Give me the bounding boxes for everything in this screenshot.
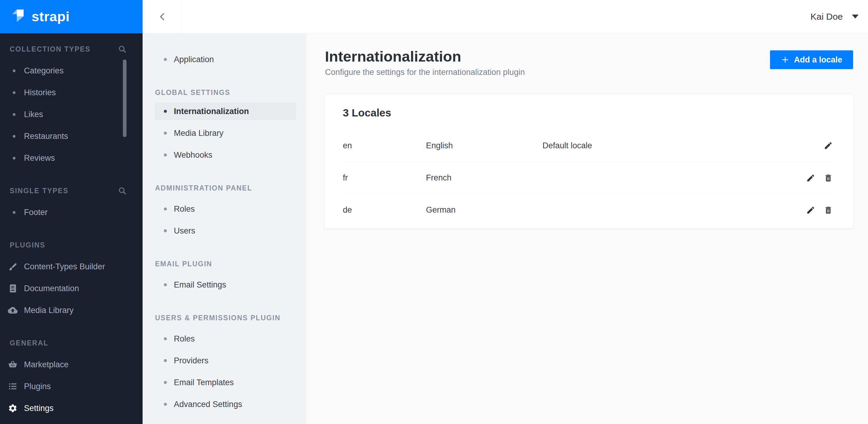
collection-types-list: Categories Histories Likes Restaurants R… [0,60,143,169]
single-types-header: SINGLE TYPES [0,185,143,196]
locales-table: en English Default locale [324,130,853,226]
sidebar-item-documentation[interactable]: Documentation [0,278,143,299]
bullet-icon [13,69,16,72]
locale-code: fr [343,173,426,183]
plus-icon [781,56,789,64]
strapi-logo[interactable]: strapi [0,0,143,33]
settings-item-admin-users[interactable]: Users [143,220,306,242]
sidebar-scrollbar-thumb[interactable] [123,60,126,137]
sidebar-item-marketplace[interactable]: Marketplace [0,354,143,376]
user-name: Kai Doe [810,11,843,22]
search-icon[interactable] [118,44,127,54]
bullet-icon [164,403,167,406]
settings-item-application[interactable]: Application [143,48,306,70]
right-pane: Kai Doe Application GLOBAL SETTINGS [143,0,868,424]
email-plugin-header: EMAIL PLUGIN [143,258,306,269]
sidebar-item-restaurants[interactable]: Restaurants [0,125,143,147]
general-header: GENERAL [0,337,143,349]
sidebar-item-plugins[interactable]: Plugins [0,376,143,397]
sidebar-item-reviews[interactable]: Reviews [0,147,143,169]
bullet-icon [164,359,167,362]
bullet-icon [164,154,167,157]
plugins-header: PLUGINS [0,239,143,251]
bullet-icon [164,58,167,61]
locale-row-fr: fr French [343,162,835,194]
pencil-icon [806,206,815,215]
settings-item-webhooks[interactable]: Webhooks [143,144,306,166]
top-header: Kai Doe [143,0,868,33]
settings-item-advanced-settings[interactable]: Advanced Settings [143,393,306,415]
sidebar-item-likes[interactable]: Likes [0,103,143,125]
list-icon [8,382,18,391]
settings-item-email-settings[interactable]: Email Settings [143,274,306,296]
locale-name: German [426,205,542,215]
book-icon [8,284,18,293]
sidebar-item-categories[interactable]: Categories [0,60,143,81]
bullet-icon [164,229,167,232]
settings-item-email-templates[interactable]: Email Templates [143,371,306,393]
settings-item-providers[interactable]: Providers [143,350,306,371]
sidebar-item-content-types-builder[interactable]: Content-Types Builder [0,256,143,278]
brush-icon [8,262,18,271]
pencil-icon [824,141,833,150]
section-general: GENERAL Marketplace Plugins [0,337,143,419]
locale-code: en [343,141,426,151]
edit-locale-button[interactable] [804,171,817,185]
locale-default-badge: Default locale [542,141,822,151]
delete-locale-button[interactable] [822,171,835,185]
main-sidebar: strapi COLLECTION TYPES Categories Histo… [0,0,143,424]
locale-actions [804,171,835,185]
settings-sidebar: Application GLOBAL SETTINGS Internationa… [143,33,306,424]
global-settings-header: GLOBAL SETTINGS [143,87,306,98]
sidebar-item-footer[interactable]: Footer [0,201,143,223]
locale-row-de: de German [343,194,835,226]
search-icon[interactable] [118,186,127,195]
brand-name: strapi [32,9,70,25]
locales-card: 3 Locales en English Default locale [324,95,853,228]
basket-icon [8,360,18,369]
main-content: Internationalization Configure the setti… [306,33,868,424]
settings-item-internationalization[interactable]: Internationalization [155,102,297,120]
sidebar-item-histories[interactable]: Histories [0,81,143,103]
content-body: Application GLOBAL SETTINGS Internationa… [143,33,868,424]
back-button[interactable] [143,0,182,33]
settings-item-media-library[interactable]: Media Library [143,122,306,144]
locales-card-title: 3 Locales [324,95,853,119]
locale-actions [804,203,835,217]
strapi-admin-app: strapi COLLECTION TYPES Categories Histo… [0,0,868,424]
delete-locale-button[interactable] [822,203,835,217]
settings-item-up-roles[interactable]: Roles [143,328,306,350]
chevron-left-icon [157,11,167,22]
collection-types-header: COLLECTION TYPES [0,44,143,55]
locale-row-en: en English Default locale [343,130,835,162]
locale-actions [822,139,835,152]
edit-locale-button[interactable] [804,203,817,217]
section-collection-types: COLLECTION TYPES Categories Histories [0,44,143,169]
pencil-icon [806,173,815,183]
trash-icon [824,173,833,183]
bullet-icon [13,135,16,138]
section-plugins: PLUGINS Content-Types Builder [0,239,143,321]
locale-name: French [426,173,542,183]
bullet-icon [164,337,167,340]
users-permissions-plugin-header: USERS & PERMISSIONS PLUGIN [143,313,306,323]
bullet-icon [164,381,167,384]
bullet-icon [164,283,167,286]
gear-icon [8,403,18,413]
bullet-icon [13,113,16,116]
locale-code: de [343,205,426,215]
user-menu[interactable]: Kai Doe [810,11,868,22]
bullet-icon [13,91,16,94]
sidebar-item-settings[interactable]: Settings [0,397,143,419]
edit-locale-button[interactable] [822,139,835,152]
caret-down-icon [852,14,859,19]
bullet-icon [13,157,16,160]
bullet-icon [164,207,167,210]
bullet-icon [164,132,167,135]
locale-name: English [426,141,542,151]
sidebar-item-media-library[interactable]: Media Library [0,299,143,321]
trash-icon [824,206,833,215]
add-locale-button[interactable]: Add a locale [770,50,853,69]
settings-item-admin-roles[interactable]: Roles [143,198,306,220]
bullet-icon [13,211,16,214]
